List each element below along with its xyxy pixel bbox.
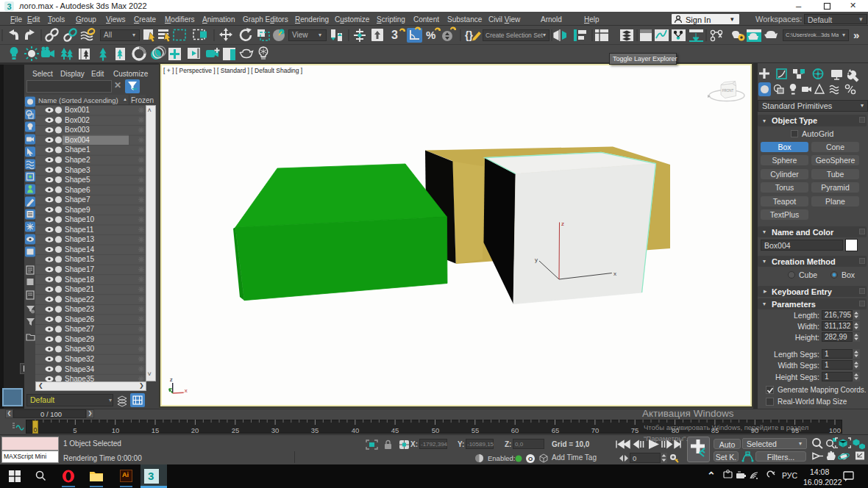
svg-text:3: 3 — [7, 2, 11, 11]
svg-text:%: % — [426, 29, 435, 41]
svg-text:O: O — [528, 456, 533, 462]
svg-text:FRONT: FRONT — [722, 89, 734, 93]
svg-text:x: x — [613, 270, 616, 277]
svg-text:z: z — [170, 376, 173, 383]
svg-text:z: z — [561, 220, 564, 227]
svg-text:x: x — [185, 387, 188, 394]
svg-text:y: y — [535, 256, 538, 263]
svg-text:3: 3 — [391, 29, 398, 41]
svg-text:{}: {} — [465, 29, 473, 41]
